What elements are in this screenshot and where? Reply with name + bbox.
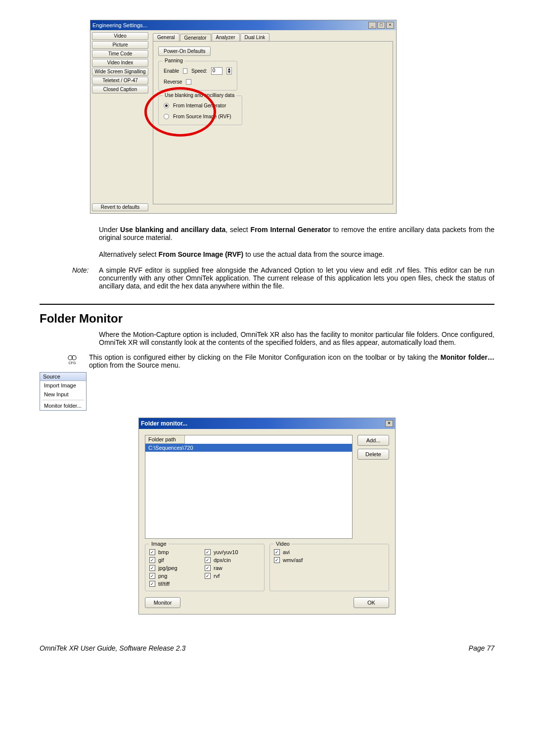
radio-source-label: From Source Image (RVF) [173,114,231,119]
fm-close-button[interactable]: × [385,420,393,427]
video-formats-group: Video ✓avi ✓wmv/asf [269,544,389,591]
paragraph-4: This option is configured either by clic… [89,353,494,369]
sidebar-item-video[interactable]: Video [92,32,148,40]
source-menu-header[interactable]: Source [40,373,86,381]
paragraph-1: Under Use blanking and ancillary data, s… [99,226,494,241]
menu-item-import-image[interactable]: Import Image [40,381,86,390]
checkbox-png[interactable]: ✓ [149,573,155,579]
enable-checkbox[interactable] [183,68,187,74]
source-menu: Source Import Image New Input Monitor fo… [40,372,87,411]
menu-separator [42,400,84,400]
folder-path-row[interactable]: C:\Sequences\720 [145,444,352,452]
sidebar-item-videoindex[interactable]: Video Index [92,59,148,67]
reverse-label: Reverse [164,79,182,85]
section-divider [40,304,494,305]
image-legend: Image [149,541,169,547]
radio-internal-generator[interactable] [164,103,169,108]
sidebar-item-wss[interactable]: Wide Screen Signalling [92,68,148,76]
heading-folder-monitor: Folder Monitor [40,312,494,326]
fm-window-title: Folder monitor... [141,420,384,427]
category-sidebar: Video Picture Time Code Video Index Wide… [90,30,150,213]
delete-button[interactable]: Delete [357,449,389,460]
panning-legend: Panning [163,58,185,63]
monitor-button[interactable]: Monitor [145,597,180,608]
paragraph-3: Where the Motion-Capture option is inclu… [99,331,494,346]
radio-internal-label: From Internal Generator [173,103,226,108]
blanking-legend: Use blanking and ancilliary data [163,93,236,98]
footer-right: Page 77 [469,644,494,652]
menu-item-monitor-folder[interactable]: Monitor folder... [40,401,86,410]
checkbox-wmv[interactable]: ✓ [274,557,280,563]
tab-strip: General Generator Analyzer Dual Link [153,33,393,41]
checkbox-dpx[interactable]: ✓ [205,557,211,563]
tab-analyzer[interactable]: Analyzer [212,33,240,41]
checkbox-avi[interactable]: ✓ [274,549,280,555]
add-button[interactable]: Add... [357,435,389,446]
folder-path-column-header[interactable]: Folder path [145,435,185,444]
video-legend: Video [274,541,292,547]
minimize-button[interactable]: _ [368,22,376,29]
checkbox-bmp[interactable]: ✓ [149,549,155,555]
revert-defaults-button[interactable]: Revert to defaults [92,203,148,211]
sidebar-item-teletext[interactable]: Teletext / OP-47 [92,77,148,85]
close-button[interactable]: × [386,22,394,29]
cfg-icon-label: CFG [69,361,76,365]
menu-item-new-input[interactable]: New Input [40,390,86,399]
engineering-settings-window: Engineering Settings... _ □ × Video Pict… [90,20,397,214]
speed-spinner[interactable]: ▲▼ [226,67,232,75]
image-formats-group: Image ✓bmp ✓yuv/yuv10 ✓gif ✓dpx/cin ✓jpg… [145,544,265,591]
speed-label: Speed: [191,68,207,74]
sidebar-item-cc[interactable]: Closed Caption [92,86,148,94]
sidebar-item-timecode[interactable]: Time Code [92,50,148,58]
paragraph-2: Alternatively select From Source Image (… [99,250,494,258]
checkbox-rvf[interactable]: ✓ [205,573,211,579]
reverse-checkbox[interactable] [186,79,191,85]
file-monitor-config-icon[interactable]: CFG [66,353,78,365]
page-footer: OmniTek XR User Guide, Software Release … [40,644,494,652]
footer-left: OmniTek XR User Guide, Software Release … [40,644,185,652]
radio-source-image[interactable] [164,114,169,119]
enable-label: Enable [164,68,179,74]
note-label: Note: [40,266,99,290]
tab-general[interactable]: General [153,33,179,41]
checkbox-jpg[interactable]: ✓ [149,565,155,571]
power-on-defaults-button[interactable]: Power-On Defaults [158,47,211,56]
title-bar[interactable]: Engineering Settings... _ □ × [90,20,396,30]
folder-path-list[interactable]: Folder path C:\Sequences\720 [145,435,353,539]
folder-monitor-window: Folder monitor... × Folder path C:\Seque… [138,418,396,614]
note-block: Note: A simple RVF editor is supplied fr… [40,266,494,290]
checkbox-tif[interactable]: ✓ [149,581,155,587]
checkbox-yuv[interactable]: ✓ [205,549,211,555]
tab-generator[interactable]: Generator [180,34,211,42]
maximize-button[interactable]: □ [377,22,385,29]
note-text: A simple RVF editor is supplied free alo… [99,266,494,290]
tab-duallink[interactable]: Dual Link [240,33,270,41]
speed-input[interactable]: 0 [211,67,222,75]
sidebar-item-picture[interactable]: Picture [92,41,148,49]
ok-button[interactable]: OK [354,597,389,608]
fm-title-bar[interactable]: Folder monitor... × [139,418,395,429]
checkbox-raw[interactable]: ✓ [205,565,211,571]
window-title: Engineering Settings... [92,22,367,28]
checkbox-gif[interactable]: ✓ [149,557,155,563]
